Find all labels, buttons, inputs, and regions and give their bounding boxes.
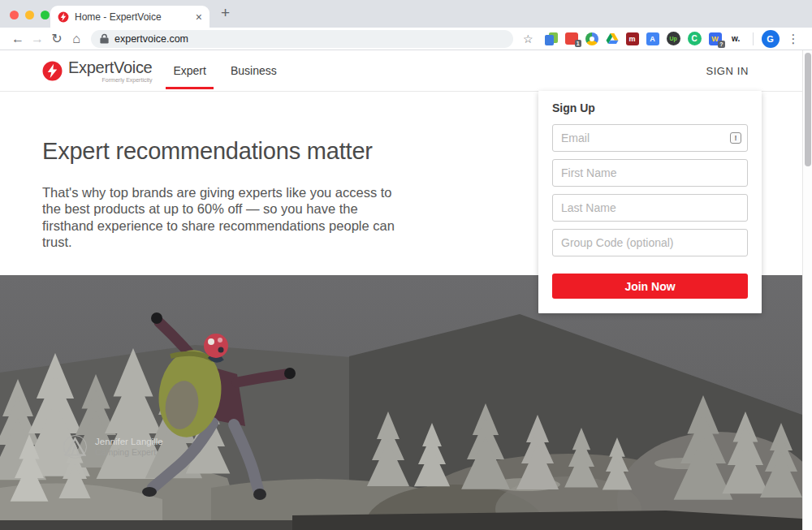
m-extension-icon[interactable]: m xyxy=(626,32,639,45)
camping-badge-icon xyxy=(63,435,87,459)
drive-extension-icon[interactable] xyxy=(606,32,619,45)
reload-icon[interactable]: ↻ xyxy=(47,32,67,45)
intro-copy: Expert recommendations matter That's why… xyxy=(42,138,416,250)
url-text: expertvoice.com xyxy=(114,33,188,45)
browser-tab[interactable]: Home - ExpertVoice × xyxy=(50,6,209,28)
window-controls xyxy=(10,11,50,19)
logo-tagline: Formerly Experticity xyxy=(102,77,153,83)
w-crown-extension-icon[interactable]: W ? xyxy=(709,32,722,45)
signup-card: Sign Up ! Join Now xyxy=(538,91,762,313)
sign-in-link[interactable]: SIGN IN xyxy=(706,65,749,77)
upwork-extension-icon[interactable]: Up xyxy=(667,32,680,45)
page-subtext: That's why top brands are giving experts… xyxy=(42,184,408,250)
first-name-field[interactable] xyxy=(552,159,748,187)
expertvoice-logo[interactable]: ExpertVoice Formerly Experticity xyxy=(42,59,152,83)
docs-extension-icon[interactable] xyxy=(545,32,558,45)
logo-text: ExpertVoice xyxy=(68,59,152,75)
web-page: ExpertVoice Formerly Experticity Expert … xyxy=(0,50,812,530)
browser-window: Home - ExpertVoice × + ← → ↻ ⌂ expertvoi… xyxy=(0,0,812,530)
profile-avatar[interactable]: G xyxy=(762,30,780,48)
primary-nav: Expert Business xyxy=(173,61,276,80)
browser-toolbar: ← → ↻ ⌂ expertvoice.com ☆ 1 xyxy=(0,28,812,50)
scrollbar-thumb[interactable] xyxy=(805,53,811,166)
nav-item-expert[interactable]: Expert xyxy=(173,61,205,80)
forward-icon[interactable]: → xyxy=(28,32,47,45)
tab-title: Home - ExpertVoice xyxy=(75,11,190,23)
join-now-button[interactable]: Join Now xyxy=(552,274,748,299)
photo-credit: Jennifer Langille Camping Expert xyxy=(63,435,163,459)
hero-image xyxy=(0,275,802,530)
site-header: ExpertVoice Formerly Experticity Expert … xyxy=(0,50,802,92)
credit-role: Camping Expert xyxy=(95,447,163,458)
expertvoice-favicon xyxy=(58,11,69,23)
page-heading: Expert recommendations matter xyxy=(42,138,416,165)
grammarly-extension-icon[interactable]: C xyxy=(688,32,702,45)
browser-menu-icon[interactable]: ⋮ xyxy=(788,32,800,46)
bookmark-star-icon[interactable]: ☆ xyxy=(523,32,533,45)
close-window-button[interactable] xyxy=(10,11,19,19)
home-icon[interactable]: ⌂ xyxy=(67,32,86,45)
tab-strip: Home - ExpertVoice × + xyxy=(0,0,812,28)
new-tab-button[interactable]: + xyxy=(221,4,230,22)
group-code-field[interactable] xyxy=(552,229,748,256)
compass-extension-icon[interactable] xyxy=(585,32,598,45)
credit-name: Jennifer Langille xyxy=(95,436,163,447)
bolt-logo-icon xyxy=(42,61,63,81)
red-notifier-extension-icon[interactable]: 1 xyxy=(565,32,578,45)
email-field[interactable] xyxy=(552,124,748,152)
extension-icons: 1 m A Up C W ? w. xyxy=(545,32,743,45)
last-name-field[interactable] xyxy=(552,194,748,222)
toolbar-divider xyxy=(753,32,754,45)
autofill-icon[interactable]: ! xyxy=(730,132,741,144)
hero-photo: Jennifer Langille Camping Expert xyxy=(0,275,802,530)
page-scrollbar xyxy=(802,50,812,530)
signup-title: Sign Up xyxy=(552,101,748,114)
wordtune-extension-icon[interactable]: w. xyxy=(729,32,743,45)
fullscreen-window-button[interactable] xyxy=(41,11,50,19)
lock-icon[interactable] xyxy=(100,33,109,44)
nav-item-business[interactable]: Business xyxy=(231,61,277,80)
extension-badge: 1 xyxy=(575,40,581,47)
back-icon[interactable]: ← xyxy=(8,32,28,45)
translate-extension-icon[interactable]: A xyxy=(646,32,659,45)
minimize-window-button[interactable] xyxy=(25,11,34,19)
extension-badge: ? xyxy=(718,41,724,48)
tab-close-icon[interactable]: × xyxy=(196,11,202,23)
address-bar[interactable]: expertvoice.com xyxy=(91,30,513,48)
